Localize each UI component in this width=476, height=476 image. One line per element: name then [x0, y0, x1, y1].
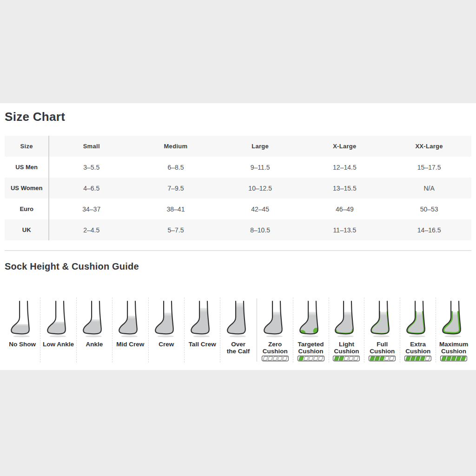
mid-crew-sock-icon — [118, 298, 143, 338]
size-chart-title: Size Chart — [5, 109, 471, 125]
size-value-cell: 10–12.5 — [218, 178, 303, 198]
height-label-ankle: Ankle — [86, 341, 103, 355]
size-value-cell: 14–16.5 — [387, 219, 471, 240]
height-item-ankle: Ankle — [76, 298, 112, 363]
column-header-size: Size — [5, 136, 49, 157]
maximum-cushion-sock-icon — [441, 298, 466, 338]
table-row-euro: Euro34–3738–4142–4546–4950–53 — [5, 198, 471, 219]
cushion-meter-full-cushion — [369, 356, 396, 363]
row-label-euro: Euro — [5, 198, 49, 219]
size-value-cell: 42–45 — [218, 198, 303, 219]
height-item-crew: Crew — [148, 298, 184, 363]
height-item-over-the-calf: Over the Calf — [220, 298, 256, 363]
height-label-low-ankle: Low Ankle — [43, 341, 74, 355]
height-item-mid-crew: Mid Crew — [112, 298, 148, 363]
cushion-meter-light-cushion — [333, 356, 360, 363]
size-value-cell: 11–13.5 — [303, 219, 387, 240]
height-item-low-ankle: Low Ankle — [40, 298, 76, 363]
size-value-cell: 50–53 — [387, 198, 471, 219]
table-row-us-women: US Women4–6.57–9.510–12.513–15.5N/A — [5, 178, 471, 198]
cushion-meter-extra-cushion — [404, 356, 431, 363]
cushion-item-light-cushion: Light Cushion — [329, 298, 364, 363]
height-label-over-the-calf: Over the Calf — [227, 341, 250, 355]
height-label-crew: Crew — [159, 341, 174, 355]
guide-title: Sock Height & Cushion Guide — [5, 260, 471, 273]
cushion-meter-targeted-cushion — [298, 356, 324, 363]
extra-cushion-sock-icon — [405, 298, 430, 338]
light-cushion-sock-icon — [334, 298, 359, 338]
column-header-large: Large — [218, 136, 303, 157]
cushion-meter-zero-cushion — [262, 356, 289, 363]
height-item-no-show: No Show — [5, 298, 40, 363]
cushion-label-light-cushion: Light Cushion — [334, 341, 359, 355]
height-label-mid-crew: Mid Crew — [116, 341, 144, 355]
row-label-us-men: US Men — [5, 157, 49, 178]
size-value-cell: 13–15.5 — [303, 178, 387, 198]
column-header-small: Small — [49, 136, 133, 157]
cushion-label-zero-cushion: Zero Cushion — [263, 341, 288, 355]
size-value-cell: 12–14.5 — [303, 157, 387, 178]
column-header-xx-large: XX-Large — [387, 136, 471, 157]
cushion-item-targeted-cushion: Targeted Cushion — [293, 298, 329, 363]
sock-guide-row: No Show Low Ankle Ankle — [5, 298, 471, 363]
cushion-item-maximum-cushion: Maximum Cushion — [436, 298, 471, 363]
row-label-us-women: US Women — [5, 178, 49, 198]
size-value-cell: 8–10.5 — [218, 219, 303, 240]
cushion-item-zero-cushion: Zero Cushion — [258, 298, 293, 363]
cushion-label-maximum-cushion: Maximum Cushion — [439, 341, 468, 355]
cushion-item-full-cushion: Full Cushion — [364, 298, 400, 363]
height-label-no-show: No Show — [9, 341, 36, 355]
size-value-cell: 6–8.5 — [133, 157, 218, 178]
over-the-calf-sock-icon — [226, 298, 251, 338]
height-item-tall-crew: Tall Crew — [184, 298, 220, 363]
crew-sock-icon — [154, 298, 179, 338]
size-value-cell: 3–5.5 — [49, 157, 133, 178]
size-value-cell: 2–4.5 — [49, 219, 133, 240]
guide-group-divider — [257, 298, 257, 362]
zero-cushion-sock-icon — [263, 298, 288, 338]
ankle-sock-icon — [82, 298, 107, 338]
height-label-tall-crew: Tall Crew — [189, 341, 216, 355]
low-ankle-sock-icon — [46, 298, 71, 338]
size-value-cell: 5–7.5 — [133, 219, 218, 240]
size-value-cell: 34–37 — [49, 198, 133, 219]
cushion-meter-maximum-cushion — [440, 356, 467, 363]
section-divider — [5, 250, 471, 251]
cushion-group: Zero Cushion Targeted Cushion — [258, 298, 471, 363]
size-value-cell: 15–17.5 — [387, 157, 471, 178]
cushion-label-full-cushion: Full Cushion — [370, 341, 395, 355]
size-table-body: US Men3–5.56–8.59–11.512–14.515–17.5US W… — [5, 157, 471, 240]
size-value-cell: 38–41 — [133, 198, 218, 219]
content-area: Size Chart SizeSmallMediumLargeX-LargeXX… — [0, 103, 476, 370]
size-value-cell: 9–11.5 — [218, 157, 303, 178]
row-label-uk: UK — [5, 219, 49, 240]
top-gray-band — [0, 0, 476, 103]
size-value-cell: 4–6.5 — [49, 178, 133, 198]
targeted-cushion-sock-icon — [298, 298, 324, 338]
size-value-cell: 46–49 — [303, 198, 387, 219]
cushion-label-extra-cushion: Extra Cushion — [405, 341, 430, 355]
sock-height-group: No Show Low Ankle Ankle — [5, 298, 256, 363]
header-row: SizeSmallMediumLargeX-LargeXX-Large — [5, 136, 471, 157]
bottom-gray-band — [0, 370, 476, 476]
cushion-label-targeted-cushion: Targeted Cushion — [298, 341, 324, 355]
table-row-us-men: US Men3–5.56–8.59–11.512–14.515–17.5 — [5, 157, 471, 178]
full-cushion-sock-icon — [370, 298, 395, 338]
size-table-header: SizeSmallMediumLargeX-LargeXX-Large — [5, 136, 471, 157]
size-chart-table: SizeSmallMediumLargeX-LargeXX-Large US M… — [5, 136, 471, 240]
column-header-x-large: X-Large — [303, 136, 387, 157]
cushion-item-extra-cushion: Extra Cushion — [400, 298, 436, 363]
no-show-sock-icon — [10, 298, 35, 338]
column-header-medium: Medium — [133, 136, 218, 157]
table-row-uk: UK2–4.55–7.58–10.511–13.514–16.5 — [5, 219, 471, 240]
size-value-cell: N/A — [387, 178, 471, 198]
tall-crew-sock-icon — [190, 298, 215, 338]
size-value-cell: 7–9.5 — [133, 178, 218, 198]
